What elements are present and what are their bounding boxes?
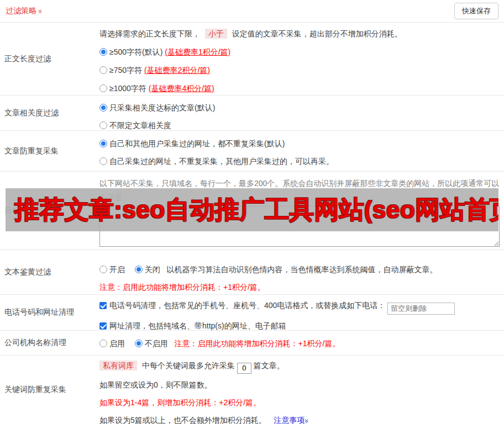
radio-selected-icon[interactable] [135, 266, 143, 273]
row-keyword-dedupe: 关键词防重复采集 私有词库 中每个关键词最多允许采集 篇文章。 如果留空或设为0… [0, 355, 504, 424]
replacement-phone-input[interactable] [387, 303, 455, 315]
keyword-limit-line: 私有词库 中每个关键词最多允许采集 篇文章。 [99, 359, 500, 374]
porn-desc: 以机器学习算法自动识别色情内容，当色情概率达到系统阈值，自动屏蔽文章。 [167, 265, 438, 274]
section-title-toggle[interactable]: 过滤策略 » [6, 6, 43, 16]
row-label: 正文长度过滤 [0, 23, 99, 95]
radio-selected-icon[interactable] [99, 104, 107, 112]
promo-overlay-banner[interactable]: 推荐文章:seo自动推广工具网站(seo网站首页 [6, 188, 498, 231]
length-intro: 请选择需求的正文长度下限， 小于 设定值的文章不采集，超出部分不增加积分消耗。 [99, 28, 500, 39]
cost-note: (基础费率2积分/篇) [144, 66, 210, 75]
radio-icon[interactable] [99, 84, 107, 92]
radio-selected-icon[interactable] [135, 340, 143, 347]
row-porn-filter: 文本鉴黄过滤 开启 关闭 以机器学习算法自动识别色情内容，当色情概率达到系统阈值… [0, 250, 504, 294]
row-label: 电话号码和网址清理 [0, 295, 99, 330]
keyword-note-unlimited: 如果留空或设为0，则不限篇数。 [99, 379, 500, 390]
dedupe-option-all-users[interactable]: 自己和其他用户采集过的网址，都不重复采集(默认) [99, 138, 500, 149]
page-title: 过滤策略 [6, 6, 36, 15]
promo-overlay-text: 推荐文章:seo自动推广工具网站(seo网站首页 [6, 193, 498, 226]
dedupe-option-self-only[interactable]: 自己采集过的网址，不重复采集，其他用户采集过的，可以再采。 [99, 156, 500, 167]
row-label: 公司机构名称清理 [0, 331, 99, 355]
row-dedupe-collect: 文章防重复采集 自己和其他用户采集过的网址，都不重复采集(默认) 自己采集过的网… [0, 130, 504, 171]
row-company-name-cleanup: 公司机构名称清理 启用 不启用 注意：启用此功能将增加积分消耗：+1积分/篇。 [0, 330, 504, 355]
chevron-down-icon: » [303, 418, 311, 422]
row-label: 文本鉴黄过滤 [0, 250, 99, 294]
radio-icon[interactable] [99, 121, 107, 129]
keyword-max-count-input[interactable] [237, 363, 251, 374]
radio-selected-icon[interactable] [99, 48, 107, 56]
notice-link[interactable]: 注意事项» [274, 416, 309, 424]
radio-icon[interactable] [99, 340, 107, 347]
row-label: 关键词防重复采集 [0, 356, 99, 424]
length-option-750[interactable]: ≥750字符 (基础费率2积分/篇) [99, 65, 500, 76]
radio-icon[interactable] [99, 66, 107, 74]
filter-strategy-page: 过滤策略 » 快速保存 正文长度过滤 请选择需求的正文长度下限， 小于 设定值的… [0, 0, 504, 424]
row-label: 文章相关度过滤 [0, 96, 99, 130]
phone-cleanup-option[interactable]: 电话号码清理，包括常见的手机号、座机号、400电话格式，或替换成如下电话： [99, 299, 500, 315]
checkbox-checked-icon[interactable] [99, 302, 107, 309]
porn-option-on[interactable]: 开启 [99, 265, 125, 274]
topbar: 过滤策略 » 快速保存 [0, 0, 504, 22]
company-cost-note: 注意：启用此功能将增加积分消耗：+1积分/篇。 [175, 339, 340, 348]
radio-icon[interactable] [99, 266, 107, 273]
cost-note: (基础费率1积分/篇) [165, 47, 230, 56]
checkbox-checked-icon[interactable] [99, 322, 107, 330]
keyword-note-five-plus: 如果设为5篇或以上，也不会额外增加积分消耗。 注意事项» [99, 415, 500, 424]
company-option-disable[interactable]: 不启用 [135, 339, 168, 348]
cost-note: (基础费率4积分/篇) [149, 84, 214, 93]
radio-selected-icon[interactable] [99, 140, 107, 147]
length-option-1000[interactable]: ≥1000字符 (基础费率4积分/篇) [99, 83, 500, 94]
less-than-tag: 小于 [205, 29, 227, 39]
url-cleanup-option[interactable]: 网址清理，包括纯域名、带http(s)的网址、电子邮箱 [99, 320, 500, 331]
length-option-500[interactable]: ≥500字符(默认) (基础费率1积分/篇) [99, 46, 500, 57]
row-relevance-filter: 文章相关度过滤 只采集相关度达标的文章(默认) 不限定文章相关度 [0, 95, 504, 130]
porn-cost-note: 注意：启用此功能将增加积分消耗：+1积分/篇。 [99, 282, 500, 293]
keyword-note-cost: 如果设为1-4篇，则增加积分消耗：+2积分/篇。 [99, 397, 500, 408]
radio-icon[interactable] [99, 157, 107, 165]
row-content-length-filter: 正文长度过滤 请选择需求的正文长度下限， 小于 设定值的文章不采集，超出部分不增… [0, 22, 504, 95]
company-option-enable[interactable]: 启用 [99, 339, 125, 348]
quick-save-button[interactable]: 快速保存 [454, 3, 498, 19]
relevance-option-strict[interactable]: 只采集相关度达标的文章(默认) [99, 102, 500, 113]
private-lexicon-tag: 私有词库 [99, 361, 137, 370]
chevron-down-icon: » [37, 9, 44, 13]
row-phone-url-cleanup: 电话号码和网址清理 电话号码清理，包括常见的手机号、座机号、400电话格式，或替… [0, 294, 504, 330]
porn-option-off[interactable]: 关闭 [135, 265, 160, 274]
relevance-option-any[interactable]: 不限定文章相关度 [99, 120, 500, 131]
row-label: 文章防重复采集 [0, 131, 99, 171]
